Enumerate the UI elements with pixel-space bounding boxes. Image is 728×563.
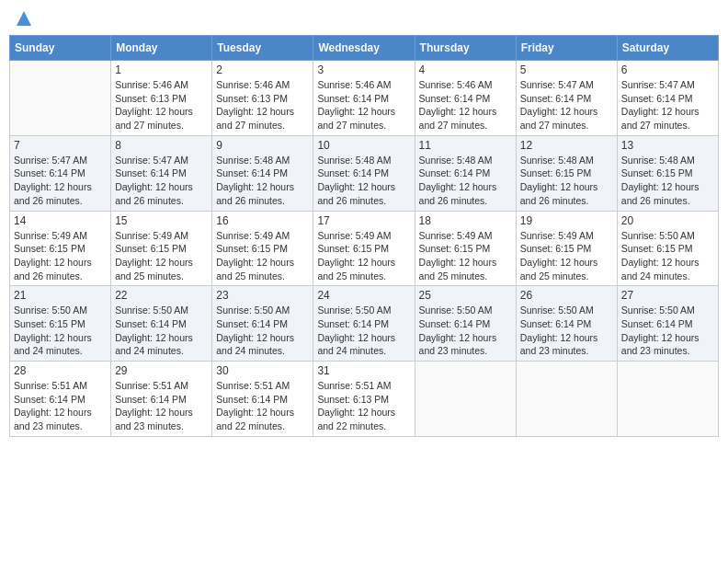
day-number: 16 (216, 214, 309, 227)
day-number: 21 (14, 289, 107, 302)
calendar-cell: 24Sunrise: 5:50 AM Sunset: 6:14 PM Dayli… (313, 286, 415, 362)
day-number: 22 (115, 289, 208, 302)
day-info: Sunrise: 5:50 AM Sunset: 6:14 PM Dayligh… (317, 304, 410, 358)
day-number: 31 (317, 364, 410, 377)
day-number: 2 (216, 63, 309, 76)
day-info: Sunrise: 5:51 AM Sunset: 6:14 PM Dayligh… (115, 379, 208, 433)
day-info: Sunrise: 5:49 AM Sunset: 6:15 PM Dayligh… (419, 229, 512, 283)
day-number: 27 (621, 289, 714, 302)
day-number: 30 (216, 364, 309, 377)
day-number: 12 (520, 139, 613, 152)
day-number: 28 (14, 364, 107, 377)
weekday-header-cell: Sunday (10, 36, 111, 61)
day-info: Sunrise: 5:50 AM Sunset: 6:14 PM Dayligh… (216, 304, 309, 358)
day-number: 23 (216, 289, 309, 302)
calendar-cell (415, 362, 516, 437)
day-number: 1 (115, 63, 208, 76)
calendar-cell: 2Sunrise: 5:46 AM Sunset: 6:13 PM Daylig… (212, 61, 313, 136)
day-number: 9 (216, 139, 309, 152)
day-info: Sunrise: 5:51 AM Sunset: 6:14 PM Dayligh… (14, 379, 107, 433)
logo (13, 9, 33, 28)
day-info: Sunrise: 5:46 AM Sunset: 6:13 PM Dayligh… (115, 78, 208, 132)
calendar-cell: 9Sunrise: 5:48 AM Sunset: 6:14 PM Daylig… (212, 135, 313, 211)
calendar-cell: 7Sunrise: 5:47 AM Sunset: 6:14 PM Daylig… (10, 135, 111, 211)
calendar-week-row: 28Sunrise: 5:51 AM Sunset: 6:14 PM Dayli… (10, 362, 719, 437)
day-number: 7 (14, 139, 107, 152)
day-info: Sunrise: 5:48 AM Sunset: 6:15 PM Dayligh… (520, 154, 613, 208)
day-info: Sunrise: 5:49 AM Sunset: 6:15 PM Dayligh… (14, 229, 107, 283)
calendar-week-row: 14Sunrise: 5:49 AM Sunset: 6:15 PM Dayli… (10, 211, 719, 286)
day-info: Sunrise: 5:50 AM Sunset: 6:14 PM Dayligh… (419, 304, 512, 358)
weekday-header-cell: Monday (111, 36, 212, 61)
day-number: 13 (621, 139, 714, 152)
day-number: 6 (621, 63, 714, 76)
day-number: 19 (520, 214, 613, 227)
calendar-cell: 31Sunrise: 5:51 AM Sunset: 6:13 PM Dayli… (313, 362, 415, 437)
day-info: Sunrise: 5:46 AM Sunset: 6:14 PM Dayligh… (419, 78, 512, 132)
day-info: Sunrise: 5:49 AM Sunset: 6:15 PM Dayligh… (317, 229, 410, 283)
calendar-cell: 15Sunrise: 5:49 AM Sunset: 6:15 PM Dayli… (111, 211, 212, 286)
calendar-cell: 21Sunrise: 5:50 AM Sunset: 6:15 PM Dayli… (10, 286, 111, 362)
calendar-table: SundayMondayTuesdayWednesdayThursdayFrid… (9, 35, 719, 437)
day-info: Sunrise: 5:49 AM Sunset: 6:15 PM Dayligh… (520, 229, 613, 283)
calendar-cell: 25Sunrise: 5:50 AM Sunset: 6:14 PM Dayli… (415, 286, 516, 362)
day-number: 8 (115, 139, 208, 152)
calendar-cell: 27Sunrise: 5:50 AM Sunset: 6:14 PM Dayli… (617, 286, 718, 362)
calendar-cell: 4Sunrise: 5:46 AM Sunset: 6:14 PM Daylig… (415, 61, 516, 136)
calendar-cell: 20Sunrise: 5:50 AM Sunset: 6:15 PM Dayli… (617, 211, 718, 286)
calendar-cell: 22Sunrise: 5:50 AM Sunset: 6:14 PM Dayli… (111, 286, 212, 362)
day-info: Sunrise: 5:50 AM Sunset: 6:15 PM Dayligh… (621, 229, 714, 283)
day-info: Sunrise: 5:49 AM Sunset: 6:15 PM Dayligh… (216, 229, 309, 283)
calendar-cell: 18Sunrise: 5:49 AM Sunset: 6:15 PM Dayli… (415, 211, 516, 286)
calendar-cell (617, 362, 718, 437)
day-info: Sunrise: 5:48 AM Sunset: 6:14 PM Dayligh… (216, 154, 309, 208)
day-info: Sunrise: 5:48 AM Sunset: 6:14 PM Dayligh… (419, 154, 512, 208)
day-number: 20 (621, 214, 714, 227)
calendar-cell: 3Sunrise: 5:46 AM Sunset: 6:14 PM Daylig… (313, 61, 415, 136)
day-info: Sunrise: 5:46 AM Sunset: 6:14 PM Dayligh… (317, 78, 410, 132)
calendar-cell (10, 61, 111, 136)
weekday-header-cell: Wednesday (313, 36, 415, 61)
calendar-week-row: 21Sunrise: 5:50 AM Sunset: 6:15 PM Dayli… (10, 286, 719, 362)
weekday-header-cell: Thursday (415, 36, 516, 61)
day-info: Sunrise: 5:46 AM Sunset: 6:13 PM Dayligh… (216, 78, 309, 132)
calendar-cell: 14Sunrise: 5:49 AM Sunset: 6:15 PM Dayli… (10, 211, 111, 286)
calendar-cell: 23Sunrise: 5:50 AM Sunset: 6:14 PM Dayli… (212, 286, 313, 362)
calendar-week-row: 1Sunrise: 5:46 AM Sunset: 6:13 PM Daylig… (10, 61, 719, 136)
day-info: Sunrise: 5:48 AM Sunset: 6:14 PM Dayligh… (317, 154, 410, 208)
calendar-cell (516, 362, 617, 437)
day-info: Sunrise: 5:47 AM Sunset: 6:14 PM Dayligh… (115, 154, 208, 208)
svg-marker-0 (17, 11, 31, 26)
day-number: 10 (317, 139, 410, 152)
day-number: 26 (520, 289, 613, 302)
calendar-cell: 6Sunrise: 5:47 AM Sunset: 6:14 PM Daylig… (617, 61, 718, 136)
day-number: 3 (317, 63, 410, 76)
calendar-cell: 5Sunrise: 5:47 AM Sunset: 6:14 PM Daylig… (516, 61, 617, 136)
day-number: 18 (419, 214, 512, 227)
calendar-cell: 19Sunrise: 5:49 AM Sunset: 6:15 PM Dayli… (516, 211, 617, 286)
weekday-header-cell: Saturday (617, 36, 718, 61)
calendar-body: 1Sunrise: 5:46 AM Sunset: 6:13 PM Daylig… (10, 61, 719, 437)
calendar-cell: 11Sunrise: 5:48 AM Sunset: 6:14 PM Dayli… (415, 135, 516, 211)
day-number: 4 (419, 63, 512, 76)
day-info: Sunrise: 5:49 AM Sunset: 6:15 PM Dayligh… (115, 229, 208, 283)
calendar-cell: 29Sunrise: 5:51 AM Sunset: 6:14 PM Dayli… (111, 362, 212, 437)
calendar-cell: 13Sunrise: 5:48 AM Sunset: 6:15 PM Dayli… (617, 135, 718, 211)
calendar-cell: 26Sunrise: 5:50 AM Sunset: 6:14 PM Dayli… (516, 286, 617, 362)
day-number: 24 (317, 289, 410, 302)
calendar-cell: 12Sunrise: 5:48 AM Sunset: 6:15 PM Dayli… (516, 135, 617, 211)
day-info: Sunrise: 5:50 AM Sunset: 6:14 PM Dayligh… (621, 304, 714, 358)
calendar-cell: 1Sunrise: 5:46 AM Sunset: 6:13 PM Daylig… (111, 61, 212, 136)
day-info: Sunrise: 5:50 AM Sunset: 6:15 PM Dayligh… (14, 304, 107, 358)
day-info: Sunrise: 5:47 AM Sunset: 6:14 PM Dayligh… (520, 78, 613, 132)
logo-icon (15, 9, 33, 28)
weekday-header-cell: Friday (516, 36, 617, 61)
day-number: 5 (520, 63, 613, 76)
day-info: Sunrise: 5:50 AM Sunset: 6:14 PM Dayligh… (520, 304, 613, 358)
day-number: 25 (419, 289, 512, 302)
calendar-cell: 17Sunrise: 5:49 AM Sunset: 6:15 PM Dayli… (313, 211, 415, 286)
day-info: Sunrise: 5:51 AM Sunset: 6:13 PM Dayligh… (317, 379, 410, 433)
day-info: Sunrise: 5:51 AM Sunset: 6:14 PM Dayligh… (216, 379, 309, 433)
day-number: 15 (115, 214, 208, 227)
page-header (9, 9, 719, 28)
